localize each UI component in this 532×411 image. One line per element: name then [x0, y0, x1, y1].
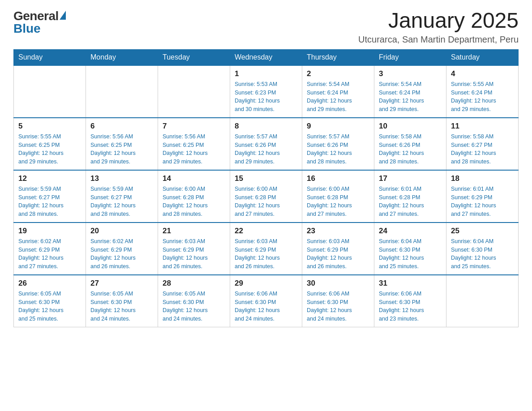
- day-number: 20: [90, 227, 153, 235]
- day-info: Sunrise: 6:03 AM Sunset: 6:29 PM Dayligh…: [163, 237, 225, 271]
- calendar-cell: 17Sunrise: 6:01 AM Sunset: 6:28 PM Dayli…: [374, 170, 446, 223]
- day-number: 22: [235, 227, 297, 235]
- calendar-cell: 2Sunrise: 5:54 AM Sunset: 6:24 PM Daylig…: [302, 65, 374, 118]
- calendar-week-5: 26Sunrise: 6:05 AM Sunset: 6:30 PM Dayli…: [14, 275, 519, 327]
- calendar-cell: 9Sunrise: 5:57 AM Sunset: 6:26 PM Daylig…: [302, 118, 374, 170]
- day-info: Sunrise: 6:05 AM Sunset: 6:30 PM Dayligh…: [90, 290, 153, 323]
- day-info: Sunrise: 5:57 AM Sunset: 6:26 PM Dayligh…: [235, 133, 297, 166]
- day-info: Sunrise: 6:04 AM Sunset: 6:30 PM Dayligh…: [379, 237, 442, 271]
- day-info: Sunrise: 6:01 AM Sunset: 6:29 PM Dayligh…: [451, 185, 514, 218]
- day-number: 15: [235, 174, 297, 183]
- day-number: 30: [307, 279, 369, 288]
- day-number: 7: [163, 122, 225, 131]
- day-number: 4: [451, 69, 514, 78]
- day-info: Sunrise: 6:03 AM Sunset: 6:29 PM Dayligh…: [307, 237, 369, 271]
- day-number: 31: [379, 279, 442, 288]
- calendar-week-1: 1Sunrise: 5:53 AM Sunset: 6:23 PM Daylig…: [14, 65, 519, 118]
- day-number: 13: [90, 174, 153, 183]
- day-number: 28: [163, 279, 225, 288]
- day-info: Sunrise: 5:58 AM Sunset: 6:26 PM Dayligh…: [379, 133, 442, 166]
- calendar-cell: 22Sunrise: 6:03 AM Sunset: 6:29 PM Dayli…: [230, 223, 302, 275]
- calendar-cell: 8Sunrise: 5:57 AM Sunset: 6:26 PM Daylig…: [230, 118, 302, 170]
- day-info: Sunrise: 5:59 AM Sunset: 6:27 PM Dayligh…: [90, 185, 153, 218]
- calendar-cell: 7Sunrise: 5:56 AM Sunset: 6:25 PM Daylig…: [158, 118, 230, 170]
- day-info: Sunrise: 5:56 AM Sunset: 6:25 PM Dayligh…: [90, 133, 153, 166]
- calendar-cell: 24Sunrise: 6:04 AM Sunset: 6:30 PM Dayli…: [374, 223, 446, 275]
- calendar-cell: 23Sunrise: 6:03 AM Sunset: 6:29 PM Dayli…: [302, 223, 374, 275]
- day-header-tuesday: Tuesday: [158, 49, 230, 65]
- day-number: 3: [379, 69, 442, 78]
- calendar-week-4: 19Sunrise: 6:02 AM Sunset: 6:29 PM Dayli…: [14, 223, 519, 275]
- calendar-cell: 20Sunrise: 6:02 AM Sunset: 6:29 PM Dayli…: [86, 223, 158, 275]
- day-info: Sunrise: 5:53 AM Sunset: 6:23 PM Dayligh…: [235, 80, 297, 114]
- day-info: Sunrise: 6:03 AM Sunset: 6:29 PM Dayligh…: [235, 237, 297, 271]
- day-info: Sunrise: 6:00 AM Sunset: 6:28 PM Dayligh…: [307, 185, 369, 218]
- calendar-cell: 26Sunrise: 6:05 AM Sunset: 6:30 PM Dayli…: [14, 275, 86, 327]
- calendar-cell: 15Sunrise: 6:00 AM Sunset: 6:28 PM Dayli…: [230, 170, 302, 223]
- calendar-cell: 3Sunrise: 5:54 AM Sunset: 6:24 PM Daylig…: [374, 65, 446, 118]
- day-header-monday: Monday: [86, 49, 158, 65]
- calendar-cell: 19Sunrise: 6:02 AM Sunset: 6:29 PM Dayli…: [14, 223, 86, 275]
- day-info: Sunrise: 6:05 AM Sunset: 6:30 PM Dayligh…: [163, 290, 225, 323]
- day-info: Sunrise: 6:00 AM Sunset: 6:28 PM Dayligh…: [163, 185, 225, 218]
- day-number: 23: [307, 227, 369, 235]
- day-info: Sunrise: 5:56 AM Sunset: 6:25 PM Dayligh…: [163, 133, 225, 166]
- day-info: Sunrise: 5:55 AM Sunset: 6:24 PM Dayligh…: [451, 80, 514, 114]
- day-info: Sunrise: 5:58 AM Sunset: 6:27 PM Dayligh…: [451, 133, 514, 166]
- calendar-cell: 25Sunrise: 6:04 AM Sunset: 6:30 PM Dayli…: [446, 223, 519, 275]
- day-info: Sunrise: 6:02 AM Sunset: 6:29 PM Dayligh…: [18, 237, 81, 271]
- calendar-body: 1Sunrise: 5:53 AM Sunset: 6:23 PM Daylig…: [14, 65, 519, 327]
- calendar-cell: 4Sunrise: 5:55 AM Sunset: 6:24 PM Daylig…: [446, 65, 519, 118]
- day-header-friday: Friday: [374, 49, 446, 65]
- calendar-cell: 16Sunrise: 6:00 AM Sunset: 6:28 PM Dayli…: [302, 170, 374, 223]
- header: General Blue January 2025 Utcurarca, San…: [13, 9, 519, 45]
- day-number: 10: [379, 122, 442, 131]
- calendar-subtitle: Utcurarca, San Martin Department, Peru: [358, 34, 519, 45]
- day-number: 1: [235, 69, 297, 78]
- calendar-cell: 28Sunrise: 6:05 AM Sunset: 6:30 PM Dayli…: [158, 275, 230, 327]
- calendar-cell: 21Sunrise: 6:03 AM Sunset: 6:29 PM Dayli…: [158, 223, 230, 275]
- day-header-sunday: Sunday: [14, 49, 86, 65]
- calendar-title: January 2025: [358, 9, 519, 33]
- day-info: Sunrise: 6:04 AM Sunset: 6:30 PM Dayligh…: [451, 237, 514, 271]
- day-info: Sunrise: 5:54 AM Sunset: 6:24 PM Dayligh…: [379, 80, 442, 114]
- calendar-cell: 29Sunrise: 6:06 AM Sunset: 6:30 PM Dayli…: [230, 275, 302, 327]
- day-number: 5: [18, 122, 81, 131]
- day-number: 14: [163, 174, 225, 183]
- day-info: Sunrise: 6:00 AM Sunset: 6:28 PM Dayligh…: [235, 185, 297, 218]
- day-info: Sunrise: 5:57 AM Sunset: 6:26 PM Dayligh…: [307, 133, 369, 166]
- calendar-cell: 5Sunrise: 5:55 AM Sunset: 6:25 PM Daylig…: [14, 118, 86, 170]
- day-number: 12: [18, 174, 81, 183]
- calendar-cell: 6Sunrise: 5:56 AM Sunset: 6:25 PM Daylig…: [86, 118, 158, 170]
- calendar-table: SundayMondayTuesdayWednesdayThursdayFrid…: [13, 49, 519, 327]
- calendar-cell: [14, 65, 86, 118]
- day-number: 17: [379, 174, 442, 183]
- day-info: Sunrise: 5:54 AM Sunset: 6:24 PM Dayligh…: [307, 80, 369, 114]
- calendar-cell: [446, 275, 519, 327]
- day-info: Sunrise: 6:02 AM Sunset: 6:29 PM Dayligh…: [90, 237, 153, 271]
- days-of-week-row: SundayMondayTuesdayWednesdayThursdayFrid…: [14, 49, 519, 65]
- calendar-cell: 13Sunrise: 5:59 AM Sunset: 6:27 PM Dayli…: [86, 170, 158, 223]
- calendar-cell: 12Sunrise: 5:59 AM Sunset: 6:27 PM Dayli…: [14, 170, 86, 223]
- calendar-cell: 27Sunrise: 6:05 AM Sunset: 6:30 PM Dayli…: [86, 275, 158, 327]
- day-number: 21: [163, 227, 225, 235]
- calendar-cell: 1Sunrise: 5:53 AM Sunset: 6:23 PM Daylig…: [230, 65, 302, 118]
- day-number: 25: [451, 227, 514, 235]
- day-number: 11: [451, 122, 514, 131]
- day-number: 29: [235, 279, 297, 288]
- day-number: 18: [451, 174, 514, 183]
- calendar-header: SundayMondayTuesdayWednesdayThursdayFrid…: [14, 49, 519, 65]
- calendar-cell: 11Sunrise: 5:58 AM Sunset: 6:27 PM Dayli…: [446, 118, 519, 170]
- day-info: Sunrise: 6:06 AM Sunset: 6:30 PM Dayligh…: [307, 290, 369, 323]
- calendar-cell: 31Sunrise: 6:06 AM Sunset: 6:30 PM Dayli…: [374, 275, 446, 327]
- day-info: Sunrise: 6:06 AM Sunset: 6:30 PM Dayligh…: [235, 290, 297, 323]
- calendar-cell: [86, 65, 158, 118]
- day-number: 6: [90, 122, 153, 131]
- title-section: January 2025 Utcurarca, San Martin Depar…: [358, 9, 519, 45]
- day-number: 9: [307, 122, 369, 131]
- calendar-cell: 18Sunrise: 6:01 AM Sunset: 6:29 PM Dayli…: [446, 170, 519, 223]
- day-info: Sunrise: 6:06 AM Sunset: 6:30 PM Dayligh…: [379, 290, 442, 323]
- day-info: Sunrise: 5:59 AM Sunset: 6:27 PM Dayligh…: [18, 185, 81, 218]
- logo-blue-text: Blue: [13, 21, 41, 36]
- day-header-wednesday: Wednesday: [230, 49, 302, 65]
